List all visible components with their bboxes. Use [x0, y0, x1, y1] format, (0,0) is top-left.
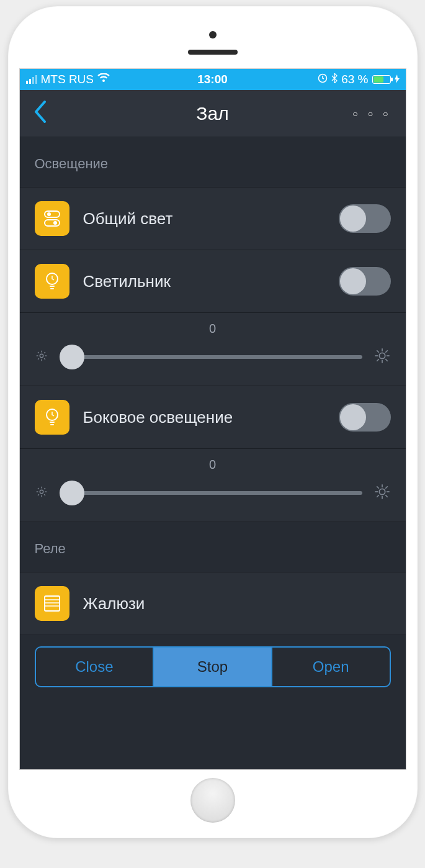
- row-label: Боковое освещение: [83, 408, 325, 427]
- close-button[interactable]: Close: [36, 648, 153, 686]
- phone-frame: MTS RUS 13:00 63 %: [8, 6, 418, 838]
- svg-line-22: [377, 359, 379, 361]
- nav-bar: Зал ○ ○ ○: [20, 90, 406, 137]
- row-svetilnik: Светильник: [20, 250, 406, 313]
- stop-button[interactable]: Stop: [153, 648, 271, 686]
- svg-point-6: [40, 354, 43, 358]
- battery-text: 63 %: [341, 73, 368, 86]
- blinds-icon: [35, 586, 69, 621]
- section-header-relay: Реле: [20, 522, 406, 572]
- svg-line-12: [44, 358, 45, 359]
- blinds-segmented-control: Close Stop Open: [35, 646, 391, 687]
- brightness-low-icon: [35, 349, 48, 365]
- row-zhalyuzi: Жалюзи: [20, 572, 406, 635]
- more-button[interactable]: ○ ○ ○: [352, 109, 391, 119]
- toggle-bokovoe[interactable]: [339, 403, 391, 432]
- bluetooth-icon: [331, 73, 338, 86]
- svg-line-41: [377, 495, 379, 497]
- status-time: 13:00: [197, 73, 228, 86]
- slider-svetilnik: 0: [20, 313, 406, 386]
- svg-line-23: [385, 350, 388, 353]
- bulb-icon: [35, 264, 69, 299]
- row-label: Общий свет: [83, 209, 325, 228]
- brightness-slider[interactable]: [60, 355, 362, 359]
- svg-point-4: [53, 221, 57, 225]
- open-button[interactable]: Open: [271, 648, 390, 686]
- charging-icon: [395, 75, 400, 85]
- svg-line-32: [38, 494, 39, 495]
- slider-value: 0: [35, 458, 391, 472]
- svg-line-30: [38, 488, 39, 489]
- back-button[interactable]: [34, 100, 47, 127]
- brightness-high-icon: [374, 347, 391, 367]
- status-right: 63 %: [318, 73, 399, 86]
- svg-line-31: [44, 494, 45, 495]
- content-scroll[interactable]: Освещение Общий свет Светильник 0: [20, 137, 406, 769]
- slider-value: 0: [35, 322, 391, 336]
- brightness-high-icon: [374, 483, 391, 503]
- toggle-obshchiy-svet[interactable]: [339, 204, 391, 233]
- switches-icon: [35, 201, 69, 236]
- svg-line-13: [38, 358, 39, 359]
- orientation-lock-icon: [318, 73, 328, 86]
- signal-icon: [26, 75, 37, 84]
- section-header-lighting: Освещение: [20, 137, 406, 188]
- status-left: MTS RUS: [26, 73, 110, 86]
- svg-point-2: [47, 212, 51, 216]
- wifi-icon: [97, 73, 110, 86]
- page-title: Зал: [196, 103, 228, 124]
- svg-rect-43: [45, 596, 60, 611]
- svg-point-34: [379, 489, 385, 494]
- row-bokovoe: Боковое освещение: [20, 386, 406, 449]
- phone-camera: [209, 31, 217, 38]
- svg-point-25: [40, 490, 43, 494]
- svg-line-33: [44, 488, 45, 489]
- brightness-low-icon: [35, 485, 48, 501]
- svg-line-11: [38, 352, 39, 353]
- brightness-slider[interactable]: [60, 491, 362, 495]
- slider-bokovoe: 0: [20, 449, 406, 522]
- svg-line-39: [377, 486, 379, 489]
- row-label: Жалюзи: [83, 594, 391, 613]
- carrier-label: MTS RUS: [41, 73, 94, 86]
- svg-line-20: [377, 350, 379, 353]
- svg-line-40: [385, 495, 388, 497]
- svg-rect-3: [45, 220, 60, 226]
- phone-speaker: [188, 50, 238, 55]
- svg-point-15: [379, 353, 385, 358]
- status-bar: MTS RUS 13:00 63 %: [20, 69, 406, 90]
- row-label: Светильник: [83, 272, 325, 291]
- svg-line-21: [385, 359, 388, 361]
- toggle-svetilnik[interactable]: [339, 267, 391, 296]
- home-button[interactable]: [190, 778, 235, 823]
- svg-rect-1: [45, 211, 60, 217]
- svg-line-42: [385, 486, 388, 489]
- row-obshchiy-svet: Общий свет: [20, 188, 406, 250]
- battery-icon: [372, 75, 391, 84]
- screen: MTS RUS 13:00 63 %: [19, 68, 406, 770]
- bulb-icon: [35, 400, 69, 435]
- svg-line-14: [44, 352, 45, 353]
